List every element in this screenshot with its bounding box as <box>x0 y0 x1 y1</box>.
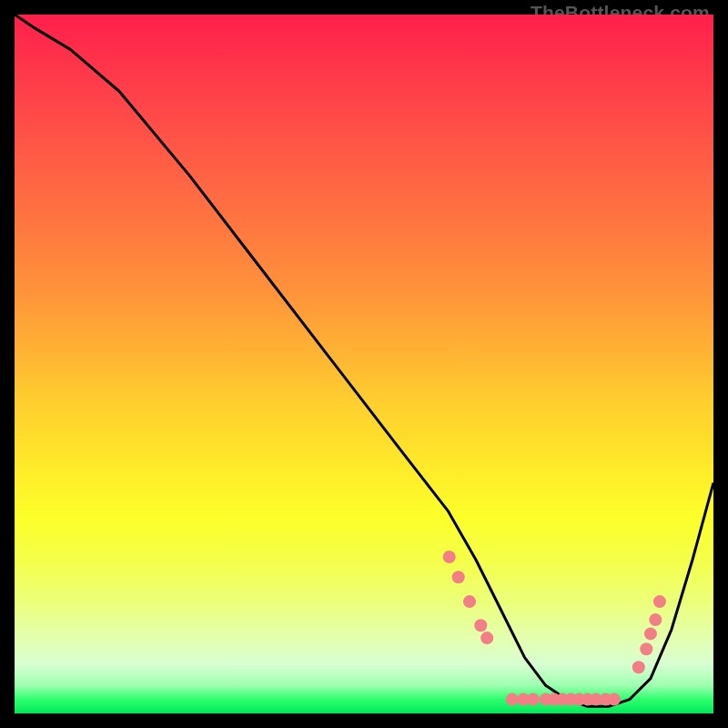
data-marker <box>506 693 519 706</box>
bottleneck-curve <box>15 15 713 706</box>
data-marker <box>463 595 476 608</box>
data-marker <box>649 613 662 626</box>
data-marker <box>608 693 621 706</box>
data-marker <box>653 595 666 608</box>
data-marker <box>632 661 645 673</box>
data-marker <box>452 571 465 583</box>
data-marker <box>480 632 493 644</box>
data-marker <box>644 627 657 640</box>
data-marker <box>527 693 540 706</box>
chart-frame: TheBottleneck.com <box>0 0 728 728</box>
plot-area <box>15 15 713 713</box>
data-marker <box>640 642 652 655</box>
data-marker <box>443 551 456 563</box>
data-marker <box>474 619 487 632</box>
curve-layer <box>15 15 713 713</box>
data-markers <box>443 551 666 706</box>
